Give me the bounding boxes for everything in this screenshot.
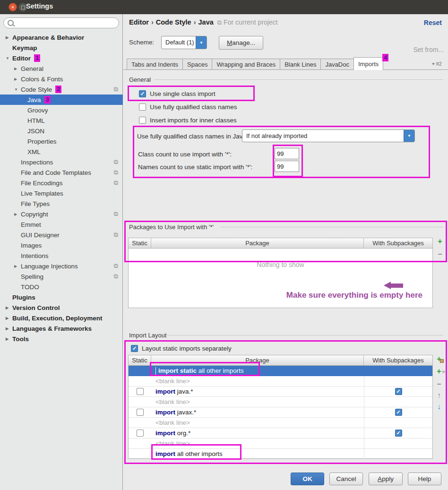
sidebar-item-build-execution-deployment[interactable]: ▶Build, Execution, Deployment xyxy=(0,313,123,323)
tree-right-arrow-icon[interactable]: ▶ xyxy=(14,67,21,71)
sidebar-item-xml[interactable]: XML xyxy=(0,146,123,157)
sidebar-item-file-and-code-templates[interactable]: File and Code Templates⧉ xyxy=(0,167,123,178)
column-header-package[interactable]: Package xyxy=(151,355,364,365)
tree-right-arrow-icon[interactable]: ▶ xyxy=(6,316,12,320)
sidebar-item-file-encodings[interactable]: File Encodings⧉ xyxy=(0,178,123,188)
checkbox-insert-imports-for-inner-classes[interactable] xyxy=(139,117,146,124)
layout-static-checkbox[interactable] xyxy=(131,345,138,352)
tab-javadoc[interactable]: JavaDoc xyxy=(320,59,354,70)
column-header-subpackages[interactable]: With Subpackages xyxy=(364,355,432,365)
sidebar-item-version-control[interactable]: ▶Version Control xyxy=(0,302,123,313)
import-layout-blank-row[interactable]: <blank line> xyxy=(129,438,432,449)
sidebar-item-live-templates[interactable]: Live Templates xyxy=(0,188,123,198)
checkbox-use-single-class-import[interactable] xyxy=(139,90,146,97)
tree-right-arrow-icon[interactable]: ▶ xyxy=(14,77,21,81)
add-icon[interactable]: + xyxy=(435,237,445,246)
import-layout-row[interactable]: import org.* xyxy=(129,428,432,438)
set-from-link[interactable]: Set from... xyxy=(413,46,444,53)
static-count-input[interactable] xyxy=(275,161,299,172)
remove-icon[interactable]: − xyxy=(434,380,444,388)
apply-button[interactable]: Apply xyxy=(369,473,403,485)
breadcrumb-editor[interactable]: Editor xyxy=(129,18,149,26)
sidebar-item-language-injections[interactable]: ▶Language Injections⧉ xyxy=(0,261,123,271)
sidebar-item-general[interactable]: ▶General xyxy=(0,63,123,74)
column-header-package[interactable]: Package xyxy=(151,238,364,248)
import-layout-blank-row[interactable]: <blank line> xyxy=(129,397,432,407)
sidebar-item-gui-designer[interactable]: GUI Designer⧉ xyxy=(0,230,123,240)
reset-link[interactable]: Reset xyxy=(424,19,442,26)
tab-imports[interactable]: Imports4 xyxy=(353,57,383,70)
static-checkbox[interactable] xyxy=(137,388,144,395)
tree-right-arrow-icon[interactable]: ▶ xyxy=(6,337,12,341)
sidebar-item-properties[interactable]: Properties xyxy=(0,136,123,146)
sidebar-item-keymap[interactable]: Keymap xyxy=(0,43,123,53)
search-input[interactable] xyxy=(16,19,119,27)
move-down-icon[interactable]: ↓ xyxy=(434,403,444,411)
ok-button[interactable]: OK xyxy=(291,473,324,485)
chevron-down-icon[interactable]: ▼ xyxy=(196,36,207,49)
tree-right-arrow-icon[interactable]: ▶ xyxy=(14,264,21,268)
tree-down-arrow-icon[interactable]: ▼ xyxy=(14,87,21,92)
sidebar-item-appearance-behavior[interactable]: ▶Appearance & Behavior xyxy=(0,32,123,43)
tab-wrapping-and-braces[interactable]: Wrapping and Braces xyxy=(212,59,280,70)
close-icon[interactable]: × xyxy=(9,3,17,11)
tree-right-arrow-icon[interactable]: ▶ xyxy=(14,212,21,216)
help-button[interactable]: Help xyxy=(408,473,441,485)
sidebar-item-tools[interactable]: ▶Tools xyxy=(0,334,123,344)
sidebar-item-emmet[interactable]: Emmet xyxy=(0,219,123,230)
tree-right-arrow-icon[interactable]: ▶ xyxy=(6,327,12,331)
move-up-icon[interactable]: ↑ xyxy=(434,391,444,400)
class-count-input[interactable] xyxy=(275,148,299,159)
sidebar-item-languages-frameworks[interactable]: ▶Languages & Frameworks xyxy=(0,323,123,334)
per-project-icon: ⧉ xyxy=(114,273,118,280)
hidden-tabs-indicator[interactable]: ▼ ≡ 2 xyxy=(431,60,442,67)
tree-down-arrow-icon[interactable]: ▼ xyxy=(6,56,12,60)
sidebar-item-editor[interactable]: ▼Editor1 xyxy=(0,53,123,63)
cancel-button[interactable]: Cancel xyxy=(329,473,363,485)
column-header-static[interactable]: Static xyxy=(129,238,151,248)
sidebar-item-todo[interactable]: TODO xyxy=(0,282,123,292)
checkbox-use-fully-qualified-class-names[interactable] xyxy=(139,103,146,111)
manage-button[interactable]: Manage... xyxy=(219,36,263,50)
javadoc-select[interactable]: If not already imported ▼ xyxy=(242,129,415,142)
sidebar-item-code-style[interactable]: ▼Code Style2⧉ xyxy=(0,84,123,95)
static-checkbox[interactable] xyxy=(137,430,144,437)
subpackages-checkbox[interactable] xyxy=(395,388,402,395)
sidebar-item-colors-fonts[interactable]: ▶Colors & Fonts xyxy=(0,74,123,84)
tab-blank-lines[interactable]: Blank Lines xyxy=(280,59,321,70)
import-layout-row[interactable]: import javax.* xyxy=(129,407,432,418)
sidebar-item-images[interactable]: Images xyxy=(0,240,123,250)
import-layout-row[interactable]: import static all other imports xyxy=(129,366,432,376)
sidebar-item-file-types[interactable]: File Types xyxy=(0,198,123,209)
tree-right-arrow-icon[interactable]: ▶ xyxy=(6,35,12,40)
subpackages-checkbox[interactable] xyxy=(395,409,402,416)
sidebar-item-inspections[interactable]: Inspections⧉ xyxy=(0,157,123,167)
tab-tabs-and-indents[interactable]: Tabs and Indents xyxy=(127,59,183,70)
static-checkbox[interactable] xyxy=(137,409,144,416)
column-header-static[interactable]: Static xyxy=(129,355,151,365)
sidebar-item-intentions[interactable]: Intentions xyxy=(0,250,123,261)
sidebar-item-java[interactable]: Java3 xyxy=(0,95,123,105)
chevron-down-icon[interactable]: ▼ xyxy=(404,130,414,142)
import-layout-row[interactable]: import all other imports xyxy=(129,449,432,459)
import-layout-row[interactable]: import java.* xyxy=(129,387,432,397)
subpackages-cell xyxy=(364,407,432,417)
sidebar-item-spelling[interactable]: Spelling⧉ xyxy=(0,271,123,282)
search-box[interactable] xyxy=(3,17,119,28)
tree-right-arrow-icon[interactable]: ▶ xyxy=(6,306,12,310)
breadcrumb-code-style[interactable]: Code Style xyxy=(156,18,191,26)
add-package-icon[interactable]: + xyxy=(434,355,444,363)
import-layout-blank-row[interactable]: <blank line> xyxy=(129,376,432,387)
sidebar-item-plugins[interactable]: Plugins xyxy=(0,292,123,302)
remove-icon[interactable]: − xyxy=(435,250,445,258)
sidebar-item-groovy[interactable]: Groovy xyxy=(0,105,123,115)
add-blank-line-icon[interactable]: +\n xyxy=(434,367,444,376)
sidebar-item-copyright[interactable]: ▶Copyright⧉ xyxy=(0,209,123,219)
tab-spaces[interactable]: Spaces xyxy=(182,59,212,70)
import-layout-blank-row[interactable]: <blank line> xyxy=(129,418,432,428)
subpackages-checkbox[interactable] xyxy=(395,430,402,437)
sidebar-item-html[interactable]: HTML xyxy=(0,115,123,126)
column-header-subpackages[interactable]: With Subpackages xyxy=(364,238,432,248)
sidebar-item-json[interactable]: JSON xyxy=(0,126,123,136)
scheme-select[interactable]: Default (1) ▼ xyxy=(161,36,207,49)
